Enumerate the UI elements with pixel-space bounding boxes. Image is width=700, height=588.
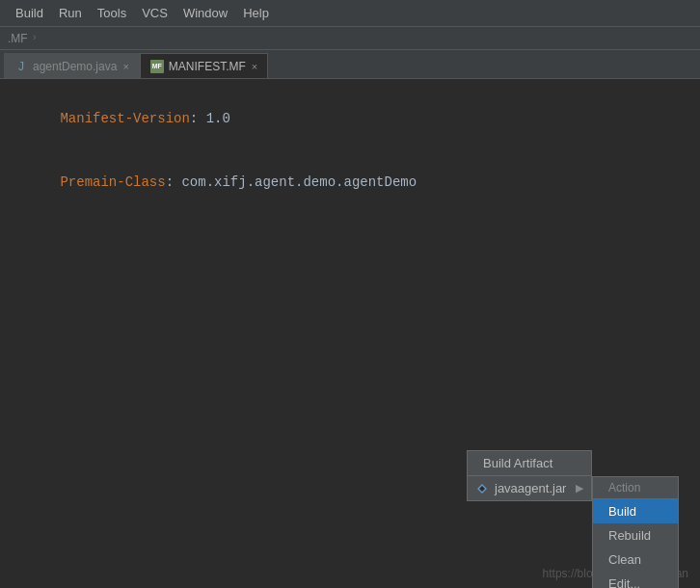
tab-agentdemo-label: agentDemo.java (33, 60, 117, 73)
jar-icon (475, 482, 489, 495)
breadcrumb-bar: .MF › (0, 27, 700, 50)
menu-vcs[interactable]: VCS (134, 3, 175, 23)
submenu-row: javaagent.jar ▶ Action Build Rebuild Cle… (467, 476, 592, 501)
action-rebuild[interactable]: Rebuild (593, 523, 678, 548)
editor-line-2: Premain-Class: com.xifj.agent.demo.agent… (12, 150, 688, 214)
menu-tools[interactable]: Tools (90, 3, 134, 23)
premain-class-value: com.xifj.agent.demo.agentDemo (174, 174, 417, 190)
tab-manifest-close[interactable]: × (252, 61, 257, 72)
build-artifact-button[interactable]: Build Artifact (467, 450, 592, 476)
menu-window[interactable]: Window (175, 3, 235, 23)
tab-agentdemo-close[interactable]: × (122, 61, 128, 72)
manifest-version-key: Manifest-Version (60, 111, 189, 126)
action-menu: Action Build Rebuild Clean Edit... (592, 476, 679, 588)
mf-file-icon: MF (150, 60, 164, 73)
breadcrumb: .MF (8, 32, 28, 45)
menu-help[interactable]: Help (235, 3, 277, 23)
javaagent-jar-item[interactable]: javaagent.jar ▶ (467, 476, 592, 501)
action-clean[interactable]: Clean (593, 548, 678, 572)
manifest-version-value: 1.0 (198, 111, 230, 126)
action-edit[interactable]: Edit... (593, 572, 678, 588)
colon-2: : (166, 174, 174, 190)
premain-class-key: Premain-Class (60, 174, 165, 190)
menu-build[interactable]: Build (8, 3, 51, 23)
main-content: Manifest-Version: 1.0 Premain-Class: com… (0, 79, 700, 588)
tab-manifest-label: MANIFEST.MF (169, 60, 246, 73)
editor-line-1: Manifest-Version: 1.0 (12, 87, 688, 150)
action-header: Action (593, 477, 678, 499)
menu-run[interactable]: Run (51, 3, 90, 23)
menubar: Build Run Tools VCS Window Help (0, 0, 700, 27)
tab-manifest[interactable]: MF MANIFEST.MF × (140, 53, 268, 78)
java-file-icon: J (14, 60, 28, 73)
breadcrumb-arrow: › (32, 33, 38, 43)
javaagent-jar-label: javaagent.jar (495, 481, 566, 495)
tab-agentdemo[interactable]: J agentDemo.java × (4, 53, 140, 78)
context-menu: Build Artifact javaagent.jar ▶ Action Bu… (467, 450, 592, 501)
action-build[interactable]: Build (593, 499, 678, 523)
tabs-bar: J agentDemo.java × MF MANIFEST.MF × (0, 50, 700, 79)
editor-area[interactable]: Manifest-Version: 1.0 Premain-Class: com… (0, 79, 700, 222)
colon-1: : (190, 111, 198, 126)
submenu-arrow: ▶ (576, 482, 583, 494)
